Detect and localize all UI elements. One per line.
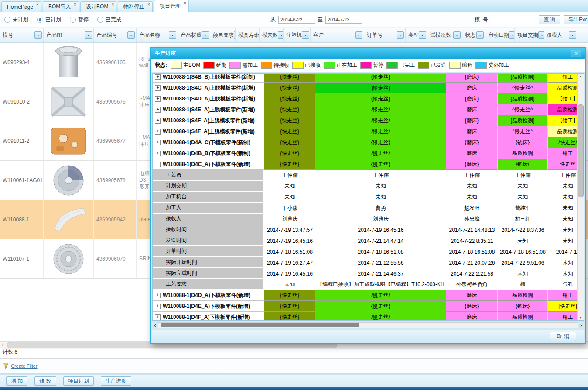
column-header-订单号[interactable]: 订单号▼ <box>364 28 406 42</box>
column-header-类型[interactable]: 类型▼ <box>406 28 427 42</box>
tab-项目管理[interactable]: 项目管理× <box>154 0 189 12</box>
expand-icon[interactable]: + <box>155 140 161 145</box>
column-header-启动日期[interactable]: 启动日期▼ <box>485 28 515 42</box>
filter-dropdown-icon[interactable]: ▼ <box>397 31 404 39</box>
tab-bar: HomePage×BOM导入×设计BOM×物料停止×项目管理× <box>0 0 588 12</box>
tab-close-icon[interactable]: × <box>184 1 186 6</box>
column-header-产品名称[interactable]: 产品名称▼ <box>137 28 178 42</box>
expand-icon[interactable]: + <box>155 151 161 156</box>
radio-未计划[interactable]: 未计划 <box>4 16 28 24</box>
progress-row[interactable]: +W110088-1(D4B_B)下模板零件(新制){快走丝}/慢走丝/磨床品质… <box>153 148 578 159</box>
filter-dropdown-icon[interactable]: ▼ <box>34 31 42 39</box>
expand-icon[interactable]: + <box>155 107 161 113</box>
radio-已计划[interactable]: 已计划 <box>37 16 61 24</box>
progress-row[interactable]: +W110088-1(S4C_A)上脱模板零件(新增){快走丝}|慢走丝|磨床^… <box>153 83 578 93</box>
detail-value: 2014-7-18 <box>548 246 578 257</box>
expand-icon[interactable]: + <box>155 96 161 102</box>
expand-icon[interactable]: + <box>155 118 161 124</box>
column-header-模号[interactable]: 模号▼ <box>0 28 44 42</box>
date-from-input[interactable] <box>278 16 315 24</box>
modal-close-icon[interactable]: × <box>571 50 581 57</box>
progress-row[interactable]: +W110088-1(S4F_A)上脱模板零件(新增){快走丝}/慢走丝/磨床^… <box>153 126 578 137</box>
create-filter-link[interactable]: Create Filter <box>11 363 38 369</box>
scroll-left-icon[interactable]: ‹ <box>2 341 4 348</box>
column-header-产品编号[interactable]: 产品编号▼ <box>94 28 137 42</box>
mold-no-input[interactable] <box>492 16 535 24</box>
column-header-注塑机[interactable]: 注塑机▼ <box>284 28 311 42</box>
detail-row: 工艺要求未知【编程已接收】加工成型视图【已编程】T10.2-003-KH外形衔差… <box>153 279 578 290</box>
column-header-客户[interactable]: 客户▼ <box>311 28 364 42</box>
filter-dropdown-icon[interactable]: ▼ <box>419 31 426 39</box>
filter-dropdown-icon[interactable]: ▼ <box>127 31 135 39</box>
filter-dropdown-icon[interactable]: ▼ <box>453 31 461 39</box>
filter-dropdown-icon[interactable]: ▼ <box>85 31 92 39</box>
progress-row[interactable]: +W110088-1(D4E_A)下模板零件(新增){快走丝}{慢走丝}{磨床}… <box>153 301 578 312</box>
scroll-down-icon[interactable]: ▼ <box>578 316 584 319</box>
column-header-试模次数[interactable]: 试模次数▼ <box>427 28 462 42</box>
column-header-跟模人[interactable]: 跟模人▼ <box>544 28 578 42</box>
expand-icon[interactable]: + <box>155 74 161 80</box>
legend-item-编程: 编程 <box>449 62 472 69</box>
expand-icon[interactable]: + <box>155 85 161 91</box>
toolbar-button-生产进度[interactable]: 生产进度 <box>101 376 131 386</box>
date-to-input[interactable] <box>325 16 362 24</box>
modal-title-bar[interactable]: 生产进度 × <box>151 48 585 59</box>
toolbar-button-增加[interactable]: 增 加 <box>6 376 27 386</box>
radio-已完成[interactable]: 已完成 <box>97 16 121 24</box>
modal-vertical-scrollbar[interactable]: ▲ ▼ <box>577 74 584 320</box>
progress-row[interactable]: +W110088-1(D4A_C)下模板零件(新制){快走丝}{慢走丝}{磨床}… <box>153 137 578 148</box>
modal-horizontal-scrollbar[interactable]: ‹ › <box>152 322 584 328</box>
progress-row[interactable]: +W110088-1(D4D_A)下模板零件(新增){快走丝}/慢走丝/磨床品质… <box>153 290 578 301</box>
expand-icon[interactable]: + <box>155 314 161 320</box>
toolbar-button-项目计划[interactable]: 项目计划 <box>63 376 94 386</box>
expand-icon[interactable]: + <box>155 293 161 298</box>
radio-暂停[interactable]: 暂停 <box>70 16 89 24</box>
cancel-button[interactable]: 取 消 <box>550 332 576 341</box>
tab-BOM导入[interactable]: BOM导入× <box>43 1 79 12</box>
progress-row[interactable]: +W110088-1(S4B_B)上脱模板零件(新制){快走丝}{慢走丝}{磨床… <box>153 74 578 83</box>
filter-dropdown-icon[interactable]: ▼ <box>355 31 362 39</box>
column-header-产品图[interactable]: 产品图▼ <box>44 28 94 42</box>
scroll-up-icon[interactable]: ▲ <box>578 75 584 78</box>
progress-row[interactable]: +W110088-1(D4F_A)下模板零件(新增){快走丝}/慢走丝/磨床品质… <box>153 312 578 320</box>
column-header-label: 跟模人 <box>547 31 562 39</box>
detail-value: 未知 <box>548 224 578 235</box>
column-header-模具寿命[interactable]: 模具寿命▼ <box>236 28 260 42</box>
filter-dropdown-icon[interactable]: ▼ <box>476 31 484 39</box>
scroll-left-icon[interactable]: ‹ <box>152 322 158 328</box>
collapse-icon[interactable]: − <box>155 162 161 167</box>
expand-icon[interactable]: + <box>155 129 161 135</box>
export-excel-button[interactable]: 导出Exce <box>564 15 588 24</box>
progress-row[interactable]: −W110088-1(D4C_A)下模板零件(新增){快走丝}{慢走丝}{磨床}… <box>153 159 578 170</box>
scrollbar-track[interactable] <box>158 322 578 328</box>
filter-dropdown-icon[interactable]: ▼ <box>302 31 309 39</box>
progress-row[interactable]: +W110088-1(S4E_A)上脱模板零件(新增){快走丝}/慢走丝/磨床^… <box>153 104 578 115</box>
tab-设计BOM[interactable]: 设计BOM× <box>80 1 116 12</box>
search-button[interactable]: 查 询 <box>539 15 560 24</box>
expand-icon[interactable]: + <box>155 304 161 309</box>
progress-row[interactable]: +W110088-1(S4D_A)上脱模板零件(新增){快走丝}{慢走丝}{磨床… <box>153 93 578 104</box>
toolbar-button-修改[interactable]: 修 改 <box>34 376 56 386</box>
filter-dropdown-icon[interactable]: ▼ <box>509 31 515 39</box>
tab-物料停止[interactable]: 物料停止× <box>118 1 153 12</box>
tab-HomePage[interactable]: HomePage× <box>1 1 41 12</box>
tab-close-icon[interactable]: × <box>111 2 114 7</box>
column-header-颜色要求[interactable]: 颜色要求▼ <box>210 28 236 42</box>
tab-close-icon[interactable]: × <box>147 2 150 7</box>
column-header-产品材质[interactable]: 产品材质▼ <box>178 28 210 42</box>
scrollbar-thumb[interactable] <box>161 323 359 327</box>
filter-dropdown-icon[interactable]: ▼ <box>538 31 544 39</box>
filter-dropdown-icon[interactable]: ▼ <box>202 31 209 39</box>
filter-dropdown-icon[interactable]: ▼ <box>278 31 284 39</box>
column-header-项目交期[interactable]: 项目交期▼ <box>515 28 544 42</box>
scroll-right-icon[interactable]: › <box>578 322 584 328</box>
column-header-模穴数[interactable]: 模穴数▼ <box>260 28 284 42</box>
filter-dropdown-icon[interactable]: ▼ <box>169 31 176 39</box>
column-header-状态[interactable]: 状态▼ <box>462 28 485 42</box>
tab-close-icon[interactable]: × <box>74 2 76 7</box>
scrollbar-thumb[interactable] <box>578 104 584 197</box>
tab-close-icon[interactable]: × <box>36 2 39 7</box>
progress-row[interactable]: +W110088-1(S4F_A)上脱模板零件(新增){快走丝}/慢走丝/{磨床… <box>153 115 578 126</box>
detail-row: 开单时间2014-7-18 16:51:082014-7-18 16:51:08… <box>153 246 578 257</box>
filter-dropdown-icon[interactable]: ▼ <box>569 31 576 39</box>
